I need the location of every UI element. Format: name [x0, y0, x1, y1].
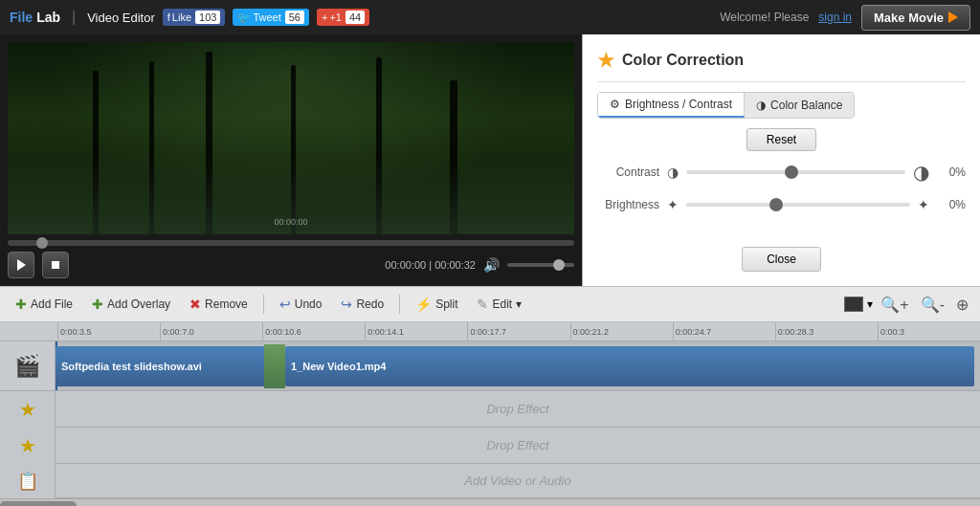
video-track-row: 🎬 Softpedia test slideshow.avi 1_New Vid… — [0, 341, 980, 391]
current-time: 00:00:00 — [385, 259, 426, 271]
ruler-marks: 0:00:3.5 0:00:7.0 0:00:10.6 0:00:14.1 0:… — [57, 322, 980, 341]
brightness-left-icon: ✦ — [667, 197, 679, 212]
sign-in-link[interactable]: sign in — [818, 11, 852, 24]
reset-button[interactable]: Reset — [746, 128, 816, 151]
toolbar: ✚ Add File ✚ Add Overlay ✖ Remove ↩ Undo… — [0, 286, 980, 322]
tab-brightness-contrast[interactable]: ⚙ Brightness / Contrast — [598, 93, 745, 118]
add-media-content[interactable]: Add Video or Audio — [56, 464, 980, 497]
scrollbar-thumb[interactable] — [0, 501, 77, 506]
brightness-tab-label: Brightness / Contrast — [625, 98, 732, 111]
effect-star-icon-1: ★ — [19, 398, 36, 421]
add-file-button[interactable]: ✚ Add File — [8, 293, 80, 316]
video-clip-1[interactable]: Softpedia test slideshow.avi — [56, 346, 266, 386]
twitter-tweet-btn[interactable]: 🐦 Tweet 56 — [233, 9, 309, 26]
video-clip-2[interactable]: 1_New Video1.mp4 — [285, 346, 974, 386]
tab-color-balance[interactable]: ◑ Color Balance — [745, 93, 854, 118]
remove-label: Remove — [205, 297, 248, 311]
effect-track-2-row: ★ Drop Effect — [0, 428, 980, 464]
effect-star-icon-2: ★ — [19, 434, 36, 457]
panel-title: Color Correction — [622, 52, 744, 69]
gplus-btn[interactable]: + +1 44 — [317, 9, 369, 26]
effect-track-2-icon: ★ — [0, 428, 56, 464]
zoom-fit-button[interactable]: ⊕ — [952, 294, 972, 316]
undo-label: Undo — [295, 297, 323, 311]
play-button[interactable] — [8, 252, 34, 278]
contrast-slider[interactable] — [686, 170, 905, 174]
stop-button[interactable] — [42, 252, 69, 278]
zoom-in-button[interactable]: 🔍+ — [877, 294, 912, 316]
edit-icon: ✎ — [477, 297, 488, 312]
undo-icon: ↩ — [279, 297, 291, 312]
tweet-label: Tweet — [253, 11, 280, 23]
app-title: Video Editor — [87, 11, 155, 25]
edit-button[interactable]: ✎ Edit ▾ — [469, 293, 529, 316]
panel-header: ★ Color Correction — [597, 49, 966, 82]
color-dropdown-icon[interactable]: ▾ — [867, 297, 873, 311]
brightness-tab-icon: ⚙ — [610, 98, 620, 111]
volume-slider[interactable] — [507, 263, 574, 267]
add-media-text: Add Video or Audio — [464, 473, 570, 488]
zoom-out-button[interactable]: 🔍- — [917, 294, 948, 316]
ruler-mark-0: 0:00:3.5 — [57, 322, 160, 341]
remove-button[interactable]: ✖ Remove — [182, 293, 256, 316]
zoom-in-icon: 🔍+ — [880, 297, 908, 313]
effect-track-1-icon: ★ — [0, 391, 56, 428]
make-movie-button[interactable]: Make Movie — [861, 5, 970, 31]
edit-label: Edit — [492, 297, 512, 311]
contrast-right-icon: ◑ — [913, 161, 929, 184]
video-panel: 00:00:00 00:00:00 | 00:00:32 🔊 — [0, 34, 582, 286]
undo-button[interactable]: ↩ Undo — [272, 293, 330, 316]
gplus-icon: + — [322, 11, 327, 23]
facebook-icon: f — [167, 11, 170, 23]
volume-icon: 🔊 — [483, 257, 500, 273]
add-media-icon: 📋 — [0, 464, 56, 498]
toolbar-divider-1 — [263, 295, 264, 314]
redo-icon: ↪ — [341, 297, 352, 312]
toolbar-divider-2 — [399, 295, 400, 314]
facebook-like-btn[interactable]: f Like 103 — [163, 9, 226, 26]
color-balance-icon: ◑ — [756, 99, 766, 112]
timeline-scrollbar[interactable] — [0, 498, 980, 506]
ruler-mark-7: 0:00:28.3 — [775, 322, 878, 341]
brightness-slider[interactable] — [686, 203, 910, 207]
effect-track-2-content[interactable]: Drop Effect — [56, 428, 980, 463]
gplus-label: +1 — [329, 11, 342, 23]
contrast-label: Contrast — [597, 165, 659, 179]
clip1-label: Softpedia test slideshow.avi — [61, 361, 202, 372]
drop-effect-1-text: Drop Effect — [486, 402, 548, 416]
brightness-row: Brightness ✦ ✦ 0% — [597, 197, 966, 212]
video-track-content[interactable]: Softpedia test slideshow.avi 1_New Video… — [56, 341, 980, 390]
seekbar-thumb[interactable] — [36, 237, 48, 249]
brightness-label: Brightness — [597, 198, 659, 211]
color-selector-box[interactable] — [844, 297, 863, 312]
tweet-count: 56 — [285, 11, 304, 24]
remove-icon: ✖ — [189, 297, 201, 312]
volume-thumb[interactable] — [553, 259, 565, 271]
contrast-row: Contrast ◑ ◑ 0% — [597, 161, 966, 184]
add-overlay-button[interactable]: ✚ Add Overlay — [84, 293, 178, 316]
add-overlay-icon: ✚ — [92, 297, 103, 312]
brightness-value: 0% — [937, 198, 966, 211]
add-file-label: Add File — [31, 297, 73, 311]
effect-track-1-content[interactable]: Drop Effect — [56, 391, 980, 427]
redo-button[interactable]: ↪ Redo — [333, 293, 391, 316]
seekbar[interactable] — [8, 240, 574, 246]
app-logo: FileLab — [10, 10, 60, 25]
add-overlay-label: Add Overlay — [107, 297, 170, 311]
drop-effect-2-text: Drop Effect — [486, 438, 548, 452]
topbar: FileLab | Video Editor f Like 103 🐦 Twee… — [0, 0, 980, 34]
clapboard-icon: 🎬 — [14, 354, 40, 379]
split-button[interactable]: ⚡ Split — [408, 293, 465, 316]
contrast-value: 0% — [937, 165, 966, 179]
video-timestamp: 00:00:00 — [274, 217, 307, 227]
split-label: Split — [435, 297, 457, 311]
close-row: Close — [597, 247, 966, 272]
brightness-right-icon: ✦ — [918, 197, 929, 212]
ruler-mark-5: 0:00:21.2 — [570, 322, 673, 341]
contrast-thumb[interactable] — [785, 165, 798, 179]
brightness-thumb[interactable] — [769, 198, 783, 211]
close-button[interactable]: Close — [742, 247, 821, 272]
like-label: Like — [172, 11, 191, 23]
like-count: 103 — [195, 11, 220, 24]
topbar-right: Welcome! Please sign in Make Movie — [720, 5, 970, 31]
